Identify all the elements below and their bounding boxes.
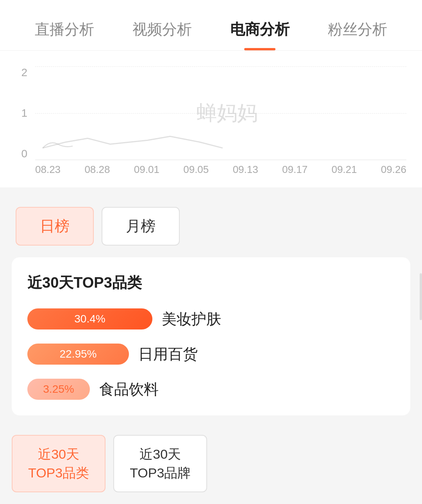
x-label-0: 08.23 [35,164,61,176]
chart-line-svg [35,66,406,160]
category-row-daily: 22.95% 日用百货 [27,344,395,365]
y-label-0: 0 [21,148,31,160]
x-label-5: 09.17 [282,164,308,176]
chart-x-axis: 08.23 08.28 09.01 09.05 09.13 09.17 09.2… [35,164,406,176]
x-label-4: 09.13 [233,164,258,176]
category-bar-beauty: 30.4% [27,308,152,329]
x-label-2: 09.01 [134,164,159,176]
category-card: 近30天TOP3品类 30.4% 美妆护肤 22.95% 日用百货 3.25% … [12,257,410,415]
bottom-toggle-brand[interactable]: 近30天TOP3品牌 [113,435,207,492]
chart-y-axis: 2 1 0 [16,66,31,160]
bottom-toggle-category[interactable]: 近30天TOP3品类 [12,435,106,492]
x-label-6: 09.21 [331,164,357,176]
tab-video[interactable]: 视频分析 [113,12,211,50]
chart-container: 2 1 0 蝉妈妈 08.23 08.28 09.01 09.05 09.13 … [16,66,406,176]
toggle-section: 日榜 月榜 [0,195,422,257]
bottom-toggle-section: 近30天TOP3品类 近30天TOP3品牌 [0,427,422,500]
x-label-7: 09.26 [381,164,406,176]
category-row-beauty: 30.4% 美妆护肤 [27,308,395,329]
tab-ecommerce[interactable]: 电商分析 [211,12,309,50]
scrollbar[interactable] [420,273,422,320]
tab-bar: 直播分析 视频分析 电商分析 粉丝分析 [0,0,422,51]
x-label-1: 08.28 [84,164,110,176]
y-label-1: 1 [21,107,31,119]
card-title: 近30天TOP3品类 [27,273,395,293]
category-row-food: 3.25% 食品饮料 [27,379,395,400]
chart-area: 蝉妈妈 [35,66,406,160]
chart-section: 2 1 0 蝉妈妈 08.23 08.28 09.01 09.05 09.13 … [0,51,422,187]
x-label-3: 09.05 [183,164,209,176]
tab-fans[interactable]: 粉丝分析 [309,12,406,50]
category-bar-food: 3.25% [27,379,90,400]
category-label-food: 食品饮料 [99,379,159,399]
tab-live[interactable]: 直播分析 [16,12,113,50]
category-bar-daily: 22.95% [27,344,129,365]
toggle-daily[interactable]: 日榜 [16,207,94,246]
category-label-beauty: 美妆护肤 [162,309,221,329]
category-label-daily: 日用百货 [138,344,198,364]
toggle-monthly[interactable]: 月榜 [102,207,180,246]
y-label-2: 2 [21,66,31,79]
